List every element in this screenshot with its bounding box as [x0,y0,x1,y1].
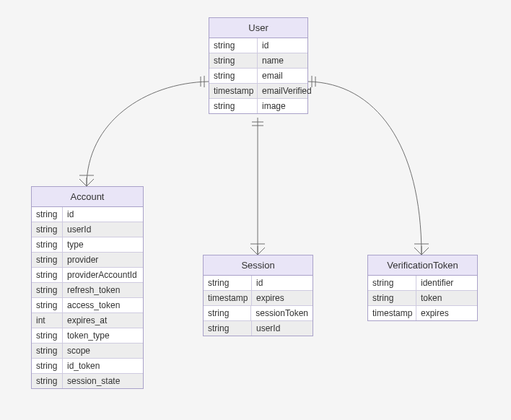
field-type: string [368,276,416,290]
field-type: timestamp [368,306,416,320]
entity-row: string access_token [32,298,143,313]
field-name: id [258,38,307,53]
field-name: token [416,291,477,305]
entity-row: string id [32,207,143,222]
entity-row: string session_state [32,374,143,388]
entity-row: string userId [204,321,313,336]
entity-session: Session string id timestamp expires stri… [203,255,313,336]
entity-title: Account [32,187,143,207]
entity-row: int expires_at [32,313,143,328]
field-type: timestamp [204,291,252,305]
field-type: timestamp [209,84,258,98]
field-type: string [32,298,63,312]
svg-line-10 [258,248,265,255]
field-type: string [32,237,63,252]
entity-row: timestamp expires [204,291,313,306]
field-name: image [258,99,307,113]
field-name: access_token [63,298,143,312]
field-type: string [209,38,258,53]
svg-line-2 [79,179,87,186]
field-type: string [209,99,258,113]
field-type: string [32,222,63,237]
entity-row: string providerAccountId [32,268,143,283]
entity-row: string type [32,237,143,253]
entity-title: VerificationToken [368,255,477,276]
svg-line-16 [422,248,429,255]
field-name: id_token [63,359,143,373]
field-type: string [204,321,252,336]
entity-row: timestamp expires [368,306,477,320]
field-type: string [368,291,416,305]
entity-row: string refresh_token [32,283,143,298]
field-name: expires [416,306,477,320]
entity-row: string sessionToken [204,306,313,321]
entity-title: User [209,18,307,38]
entity-row: timestamp emailVerified [209,84,307,99]
entity-account: Account string id string userId string t… [31,186,144,389]
entity-row: string token [368,291,477,306]
field-name: session_state [63,374,143,388]
entity-row: string provider [32,253,143,268]
field-name: userId [252,321,313,336]
field-type: int [32,313,63,328]
field-name: providerAccountId [63,268,143,282]
entity-row: string email [209,69,307,84]
field-name: emailVerified [258,84,316,98]
field-name: scope [63,344,143,358]
field-type: string [32,207,63,222]
field-type: string [32,328,63,343]
field-type: string [32,374,63,388]
field-name: id [252,276,313,290]
field-name: type [63,237,143,252]
field-name: expires [252,291,313,305]
entity-row: string id [209,38,307,53]
er-diagram-canvas: User string id string name string email … [0,0,511,420]
entity-row: string id_token [32,359,143,374]
entity-row: string id [204,276,313,291]
field-type: string [32,359,63,373]
svg-line-8 [250,248,258,255]
field-name: expires_at [63,313,143,328]
field-name: name [258,53,307,68]
field-name: sessionToken [251,306,313,320]
field-type: string [209,53,258,68]
entity-row: string image [209,99,307,113]
entity-title: Session [204,255,313,276]
field-type: string [209,69,258,83]
entity-row: string name [209,53,307,69]
field-name: refresh_token [63,283,143,297]
field-type: string [32,344,63,358]
field-type: string [32,268,63,282]
field-type: string [32,283,63,297]
field-type: string [32,253,63,267]
field-name: identifier [416,276,477,290]
entity-row: string identifier [368,276,477,291]
entity-user: User string id string name string email … [209,17,308,114]
field-type: string [204,306,251,320]
entity-row: string token_type [32,328,143,344]
field-name: userId [63,222,143,237]
svg-line-14 [414,248,422,255]
field-name: id [63,207,143,222]
field-name: email [258,69,307,83]
field-name: provider [63,253,143,267]
entity-verificationtoken: VerificationToken string identifier stri… [367,255,478,321]
svg-line-4 [87,179,94,186]
field-name: token_type [63,328,143,343]
entity-row: string scope [32,344,143,359]
field-type: string [204,276,252,290]
entity-row: string userId [32,222,143,237]
